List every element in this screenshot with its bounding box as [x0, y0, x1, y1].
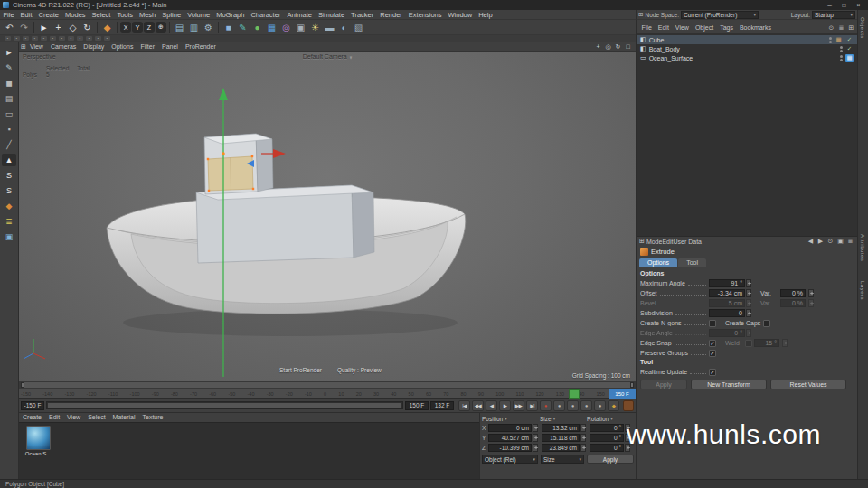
- material-menu-item[interactable]: View: [63, 413, 84, 422]
- viewport-menu-item[interactable]: Options: [108, 42, 137, 52]
- points-mode-icon[interactable]: ▪: [2, 123, 16, 136]
- attribute-menu-item[interactable]: User Data: [673, 239, 702, 245]
- mini-tool-icon[interactable]: ▪: [50, 36, 56, 41]
- tab-options[interactable]: Options: [639, 258, 677, 267]
- viewport-menu-item[interactable]: ProRender: [182, 42, 220, 52]
- material-menu-item[interactable]: Create: [19, 413, 45, 422]
- edges-mode-icon[interactable]: ╱: [2, 138, 16, 151]
- spinner[interactable]: [580, 444, 586, 452]
- volume-icon[interactable]: ▦: [265, 21, 278, 34]
- object-tree[interactable]: ◧ Cube ▦ ✓ ◧ Boat_Body ✓ ▭ Ocean_Surface…: [637, 33, 857, 236]
- snap-toggle-icon[interactable]: S: [2, 184, 16, 197]
- attr-back-icon[interactable]: ◀: [807, 238, 815, 246]
- node-space-select[interactable]: Current (ProRender) ▾: [681, 11, 759, 19]
- viewport-menu-item[interactable]: Display: [80, 42, 108, 52]
- node-editor-icon[interactable]: ⊞: [638, 11, 643, 18]
- range-end-handle[interactable]: [630, 382, 634, 388]
- prev-key-button[interactable]: ◀◀: [472, 400, 484, 411]
- viewport-menu-item[interactable]: Filter: [137, 42, 158, 52]
- menu-item[interactable]: Mesh: [136, 10, 158, 20]
- material-menu-item[interactable]: Select: [84, 413, 108, 422]
- close-button[interactable]: ×: [852, 1, 865, 9]
- title-bar[interactable]: Cinema 4D R21.022 (RC) - [Untitled 2.c4d…: [0, 0, 868, 10]
- record-keyframe-button[interactable]: ●: [540, 400, 552, 411]
- floor-icon[interactable]: ▬: [323, 21, 336, 34]
- menu-item[interactable]: Create: [35, 10, 62, 20]
- scale-tool-icon[interactable]: ◇: [66, 21, 80, 34]
- mograph-icon[interactable]: ●: [250, 21, 264, 34]
- camera-label[interactable]: Default Camera ▾: [303, 53, 353, 60]
- lock-y-axis-button[interactable]: Y: [132, 22, 143, 33]
- apply-button[interactable]: Apply: [587, 455, 634, 464]
- object-manager-menu-item[interactable]: Edit: [655, 23, 672, 33]
- mini-tool-icon[interactable]: ▪: [23, 36, 29, 41]
- record-position-button[interactable]: ●: [567, 400, 579, 411]
- light-icon[interactable]: ☀: [308, 21, 322, 34]
- goto-end-button[interactable]: ▶|: [526, 400, 538, 411]
- maximize-button[interactable]: □: [837, 1, 851, 9]
- mini-tool-icon[interactable]: ▪: [68, 36, 74, 41]
- phong-tag-icon[interactable]: ✓: [845, 36, 854, 44]
- menu-item[interactable]: MoGraph: [213, 10, 248, 20]
- object-row-ocean-surface[interactable]: ▭ Ocean_Surface ▦: [637, 53, 857, 62]
- viewport-menu-item[interactable]: View: [26, 42, 47, 52]
- subdivision-input[interactable]: 0: [709, 309, 745, 317]
- attr-lock-icon[interactable]: ▣: [836, 238, 844, 246]
- dolly-view-icon[interactable]: ◎: [604, 42, 612, 51]
- start-prorender-label[interactable]: Start ProRender: [279, 367, 322, 373]
- goto-start-button[interactable]: |◀: [458, 400, 470, 411]
- enable-snap-icon[interactable]: ▣: [2, 230, 16, 243]
- offset-variance-input[interactable]: 0 %: [780, 289, 806, 297]
- toggle-view-icon[interactable]: □: [624, 42, 632, 51]
- lock-x-axis-button[interactable]: X: [120, 22, 131, 33]
- minimize-button[interactable]: ─: [823, 1, 836, 9]
- material-item[interactable]: Ocean S...: [23, 426, 53, 456]
- size-x-input[interactable]: 13.32 cm: [542, 424, 580, 432]
- object-manager-menu-item[interactable]: Bookmarks: [736, 23, 774, 33]
- perspective-viewport[interactable]: Perspective Default Camera ▾ Selected To…: [19, 52, 636, 381]
- tab-tool[interactable]: Tool: [678, 258, 706, 267]
- attribute-menu-item[interactable]: Mode: [646, 239, 663, 245]
- pen-tool-icon[interactable]: ✎: [2, 61, 16, 74]
- attr-menu-icon[interactable]: ≣: [846, 238, 854, 246]
- timeline-end-marker[interactable]: 150 F: [609, 389, 636, 399]
- prev-frame-button[interactable]: ◀: [486, 400, 497, 411]
- menu-item[interactable]: Extensions: [405, 10, 445, 20]
- record-rotation-button[interactable]: ●: [594, 400, 606, 411]
- menu-item[interactable]: Animate: [284, 10, 316, 20]
- object-manager-menu-item[interactable]: View: [672, 23, 692, 33]
- texture-mode-icon[interactable]: ▤: [2, 92, 16, 105]
- record-parameter-button[interactable]: ◆: [608, 400, 619, 411]
- menu-item[interactable]: Simulate: [315, 10, 347, 20]
- menu-item[interactable]: Character: [248, 10, 284, 20]
- layout-select[interactable]: Startup ▾: [812, 11, 855, 19]
- autokeying-button[interactable]: ●: [553, 400, 565, 411]
- chevron-down-icon[interactable]: ▾: [505, 416, 507, 421]
- paint-tool-icon[interactable]: ◆: [2, 200, 16, 212]
- tab-attributes[interactable]: Attributes: [860, 234, 865, 261]
- range-start-field[interactable]: -150 F: [21, 401, 44, 410]
- create-caps-checkbox[interactable]: [763, 320, 770, 327]
- selected-texture-tag-icon[interactable]: ▦: [845, 54, 854, 62]
- range-end-field[interactable]: 150 F: [405, 401, 429, 410]
- lock-z-axis-button[interactable]: Z: [144, 22, 155, 33]
- chevron-down-icon[interactable]: ▾: [610, 416, 613, 421]
- spinner[interactable]: [533, 444, 538, 452]
- preserve-groups-checkbox[interactable]: ✓: [709, 350, 716, 357]
- object-manager-menu-item[interactable]: File: [638, 23, 655, 33]
- tab-objects[interactable]: Objects: [860, 17, 865, 39]
- mini-tool-icon[interactable]: ▪: [5, 36, 11, 41]
- polygons-mode-icon[interactable]: ▲: [2, 154, 16, 166]
- spinner[interactable]: [533, 424, 538, 432]
- rotation-b-input[interactable]: 0 °: [590, 444, 624, 452]
- reset-values-button[interactable]: Reset Values: [770, 380, 846, 389]
- realtime-update-checkbox[interactable]: ✓: [709, 369, 716, 376]
- move-tool-icon[interactable]: +: [52, 21, 65, 34]
- object-name[interactable]: Cube: [649, 37, 665, 43]
- menu-item[interactable]: File: [0, 10, 17, 20]
- position-z-input[interactable]: -10.399 cm: [488, 444, 532, 452]
- spline-pen-icon[interactable]: ✎: [236, 21, 250, 34]
- mini-tool-icon[interactable]: ▪: [32, 36, 38, 41]
- material-menu-item[interactable]: Texture: [139, 413, 167, 422]
- om-filter-icon[interactable]: ≣: [837, 24, 845, 33]
